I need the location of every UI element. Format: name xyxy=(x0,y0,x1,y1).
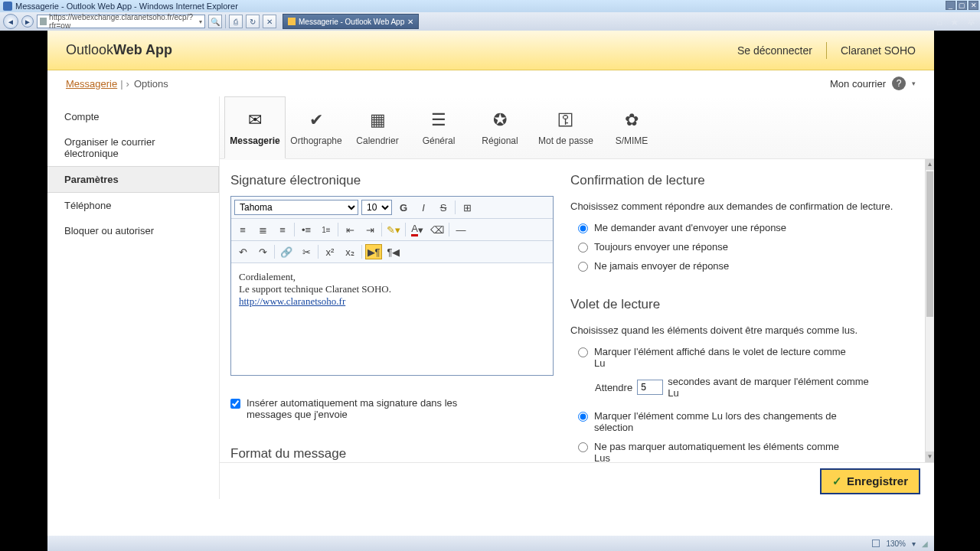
sub-button[interactable]: x₂ xyxy=(341,244,358,259)
format-heading: Format du message xyxy=(230,446,554,461)
owa-logo: OutlookWeb App xyxy=(66,42,172,58)
search-button[interactable]: 🔍 xyxy=(208,15,222,28)
my-mail-link[interactable]: Mon courrier xyxy=(830,78,886,90)
font-color-button[interactable]: A▾ xyxy=(409,222,426,237)
save-button[interactable]: ✓ Enregistrer xyxy=(820,468,920,494)
calendar-icon: ▦ xyxy=(364,109,391,131)
browser-tab[interactable]: Messagerie - Outlook Web App ✕ xyxy=(283,14,419,29)
rp-opt-never[interactable]: Ne pas marquer automatiquement les éléme… xyxy=(578,437,913,462)
ltr-button[interactable]: ▶¶ xyxy=(365,244,382,259)
refresh-button[interactable]: ↻ xyxy=(246,15,260,28)
tab-spelling[interactable]: ✔ Orthographe xyxy=(286,96,347,158)
window-title: Messagerie - Outlook Web App - Windows I… xyxy=(15,2,238,11)
ie-statusbar: 130% ▾ ◢ xyxy=(47,536,934,551)
zoom-value[interactable]: 130% xyxy=(886,540,906,548)
lock-icon xyxy=(40,18,47,25)
tools-icon[interactable]: ✲ xyxy=(967,16,975,28)
super-button[interactable]: x² xyxy=(322,244,338,259)
rp-wait-row: Attendre secondes avant de marquer l'élé… xyxy=(595,373,913,406)
clear-format-button[interactable]: ⌫ xyxy=(429,222,446,237)
address-dropdown-icon[interactable]: ▾ xyxy=(199,18,202,25)
font-size-select[interactable]: 10 xyxy=(361,200,392,215)
tab-regional[interactable]: ✪ Régional xyxy=(469,96,531,158)
url-text: https://webexchange.claranetsoho.fr/ecp/… xyxy=(49,13,199,30)
tab-favicon-icon xyxy=(288,18,296,25)
signature-heading: Signature électronique xyxy=(230,173,554,188)
font-family-select[interactable]: Tahoma xyxy=(234,200,358,215)
link-button[interactable]: 🔗 xyxy=(278,244,295,259)
rr-opt-ask[interactable]: Me demander avant d'envoyer une réponse xyxy=(578,218,913,237)
breadcrumb-current: Options xyxy=(134,78,168,90)
breadcrumb-root[interactable]: Messagerie xyxy=(66,78,117,90)
undo-button[interactable]: ↶ xyxy=(234,244,251,259)
breadcrumb: Messagerie | › Options Mon courrier ? ▾ xyxy=(47,70,934,96)
help-icon[interactable]: ? xyxy=(892,77,906,90)
back-button[interactable]: ◄ xyxy=(3,14,18,29)
sidebar-item-organize[interactable]: Organiser le courrier électronique xyxy=(47,129,219,166)
readreceipt-heading: Confirmation de lecture xyxy=(570,173,913,188)
signature-textarea[interactable]: Cordialement, Le support technique Clara… xyxy=(231,263,553,375)
tab-general[interactable]: ☰ Général xyxy=(408,96,469,158)
save-bar: ✓ Enregistrer xyxy=(220,462,934,499)
unlink-button[interactable]: ✂ xyxy=(298,244,315,259)
scroll-up-icon[interactable]: ▲ xyxy=(926,159,934,170)
general-icon: ☰ xyxy=(425,109,452,131)
scroll-thumb[interactable] xyxy=(926,171,933,317)
sidebar-item-account[interactable]: Compte xyxy=(47,104,219,129)
numbering-button[interactable]: 1≡ xyxy=(318,222,335,237)
align-right-button[interactable]: ≡ xyxy=(274,222,291,237)
align-center-button[interactable]: ≣ xyxy=(254,222,271,237)
autoinsert-checkbox[interactable] xyxy=(230,399,240,409)
sidebar-item-phone[interactable]: Téléphone xyxy=(47,193,219,218)
resize-grip-icon[interactable]: ◢ xyxy=(922,540,928,548)
bullets-button[interactable]: •≡ xyxy=(298,222,315,237)
maximize-button[interactable]: ▢ xyxy=(957,1,967,10)
redo-button[interactable]: ↷ xyxy=(254,244,271,259)
tab-close-icon[interactable]: ✕ xyxy=(407,18,413,26)
rtl-button[interactable]: ¶◀ xyxy=(385,244,402,259)
sidebar-item-settings[interactable]: Paramètres xyxy=(47,166,219,193)
zoom-icon[interactable] xyxy=(872,540,880,547)
hr-button[interactable]: — xyxy=(452,222,469,237)
window-titlebar: Messagerie - Outlook Web App - Windows I… xyxy=(0,0,980,12)
favorites-icon[interactable]: ★ xyxy=(950,16,959,28)
align-left-button[interactable]: ≡ xyxy=(234,222,251,237)
owa-app: OutlookWeb App Se déconnecter Claranet S… xyxy=(47,31,934,536)
content-scrollbar[interactable]: ▲ ▼ xyxy=(925,159,934,462)
rr-opt-always[interactable]: Toujours envoyer une réponse xyxy=(578,237,913,256)
signout-link[interactable]: Se déconnecter xyxy=(737,44,812,57)
password-icon: ⚿ xyxy=(552,109,580,131)
forward-button[interactable]: ► xyxy=(21,15,34,28)
highlight-button[interactable]: ✎▾ xyxy=(385,222,402,237)
italic-button[interactable]: I xyxy=(415,200,432,215)
wait-seconds-input[interactable] xyxy=(637,380,663,395)
regional-icon: ✪ xyxy=(486,109,514,131)
signature-link[interactable]: http://www.claranetsoho.fr xyxy=(239,295,345,307)
tab-messaging[interactable]: ✉ Messagerie xyxy=(224,96,286,158)
rp-opt-displayed[interactable]: Marquer l'élément affiché dans le volet … xyxy=(578,342,913,373)
minimize-button[interactable]: _ xyxy=(946,1,956,10)
underline-button[interactable]: S xyxy=(435,200,452,215)
ie-favicon-icon xyxy=(3,2,12,11)
zoom-dropdown-icon[interactable]: ▾ xyxy=(912,540,916,548)
close-button[interactable]: ✕ xyxy=(969,1,978,10)
rp-opt-selection[interactable]: Marquer l'élément comme Lu lors des chan… xyxy=(578,406,913,437)
compat-button[interactable]: ⎙ xyxy=(229,15,243,28)
autoinsert-row[interactable]: Insérer automatiquement ma signature dan… xyxy=(230,397,554,420)
insert-button[interactable]: ⊞ xyxy=(459,200,475,215)
browser-toolbar: ◄ ► https://webexchange.claranetsoho.fr/… xyxy=(0,12,980,31)
bold-button[interactable]: G xyxy=(395,200,412,215)
outdent-button[interactable]: ⇤ xyxy=(341,222,358,237)
sidebar-item-block[interactable]: Bloquer ou autoriser xyxy=(47,218,219,243)
brand-separator xyxy=(826,42,827,59)
address-bar[interactable]: https://webexchange.claranetsoho.fr/ecp/… xyxy=(37,15,205,28)
tab-calendar[interactable]: ▦ Calendrier xyxy=(347,96,408,158)
tab-smime[interactable]: ✿ S/MIME xyxy=(601,96,662,158)
rr-opt-never[interactable]: Ne jamais envoyer de réponse xyxy=(578,256,913,276)
scroll-down-icon[interactable]: ▼ xyxy=(926,452,934,462)
indent-button[interactable]: ⇥ xyxy=(361,222,378,237)
help-dropdown-icon[interactable]: ▾ xyxy=(912,80,916,87)
home-icon[interactable]: ⌂ xyxy=(936,16,942,28)
tab-password[interactable]: ⚿ Mot de passe xyxy=(531,96,601,158)
stop-button[interactable]: ✕ xyxy=(263,15,276,28)
